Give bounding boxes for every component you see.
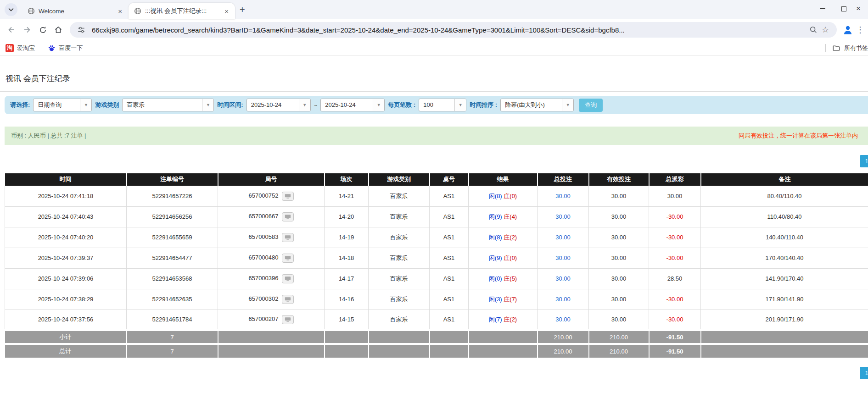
forward-button[interactable] [19,22,35,38]
address-bar[interactable]: 66cxkj98.com/game/betrecord_search/kind3… [70,22,837,38]
round-replay-button[interactable] [282,274,294,283]
game-type-label: 游戏类别 [95,101,119,109]
cell-valid-bet: 30.00 [589,206,649,227]
dropdown-arrow-icon[interactable]: ▼ [299,99,310,111]
round-replay-button[interactable] [282,212,294,221]
cell-session: 14-20 [325,206,369,227]
reload-button[interactable] [35,22,50,38]
bookmark-taobao[interactable]: 淘 爱淘宝 [6,44,35,52]
replay-screen-icon [285,255,291,261]
total-bet-link[interactable]: 30.00 [555,193,571,199]
col-header-game: 游戏类别 [369,173,430,186]
result-banker: 庄(4) [504,213,517,220]
baidu-paw-icon [48,44,56,52]
cell-time: 2025-10-24 07:39:37 [5,248,127,268]
tab-close-icon[interactable]: × [223,7,230,16]
col-header-round: 局号 [218,173,325,186]
chevron-down-icon [8,8,14,11]
empty-cell [469,330,538,344]
round-replay-button[interactable] [282,254,294,263]
globe-favicon-icon [134,7,141,15]
cell-round: 657000302 [218,289,325,310]
cell-note: 201.90/171.90 [701,310,868,330]
date-end-input[interactable]: 2025-10-24 ▼ [320,99,385,111]
total-bet-link[interactable]: 30.00 [555,296,571,303]
browser-menu-icon[interactable]: ⋮ [856,25,863,35]
replay-screen-icon [285,276,291,282]
cell-valid-bet: 30.00 [589,268,649,289]
round-replay-button[interactable] [282,233,294,242]
game-type-select[interactable]: 百家乐 ▼ [122,99,214,111]
cell-payout: 28.50 [649,268,701,289]
new-tab-button[interactable]: + [240,5,245,15]
round-replay-button[interactable] [282,295,294,304]
tab-search-button[interactable] [5,3,17,16]
table-row: 2025-10-24 07:40:20 522914655659 6570005… [5,227,868,248]
round-replay-button[interactable] [282,315,294,324]
cell-result: 闲(8) 庄(2) [469,227,538,248]
subtotal-total-bet: 210.00 [538,330,589,344]
cell-game: 百家乐 [369,268,430,289]
tab-bet-records-active[interactable]: :::视讯 会员下注纪录::: × [129,3,235,19]
table-row: 2025-10-24 07:39:37 522914654477 6570004… [5,248,868,268]
result-player: 闲(3) [489,296,502,303]
zoom-icon[interactable] [807,24,819,36]
window-minimize-button[interactable] [812,0,833,17]
reload-icon [39,26,47,34]
bookmark-label: 百度一下 [59,44,83,52]
tab-close-icon[interactable]: × [116,7,124,16]
home-button[interactable] [50,22,66,38]
cell-total-bet: 30.00 [538,289,589,310]
dropdown-arrow-icon[interactable]: ▼ [80,99,91,111]
cell-round: 657000207 [218,310,325,330]
url-text[interactable]: 66cxkj98.com/game/betrecord_search/kind3… [92,26,803,34]
total-bet-link[interactable]: 30.00 [555,254,571,261]
profile-avatar[interactable] [840,22,855,37]
cell-round: 657000583 [218,227,325,248]
per-page-select[interactable]: 100 ▼ [419,99,466,111]
cell-session: 14-15 [325,310,369,330]
dropdown-arrow-icon[interactable]: ▼ [202,99,213,111]
page-number-button[interactable]: 1 [860,155,868,167]
empty-cell [430,344,469,358]
col-header-time: 时间 [5,173,127,186]
search-button[interactable]: 查询 [579,99,603,112]
page-number-button[interactable]: 1 [860,367,868,379]
replay-screen-icon [285,317,291,322]
table-header: 时间 注单编号 局号 场次 游戏类别 桌号 结果 总投注 有效投注 总派彩 备注 [5,173,868,186]
date-start-input[interactable]: 2025-10-24 ▼ [246,99,311,111]
cell-table: AS1 [430,268,469,289]
tab-welcome[interactable]: Welcome × [22,3,129,19]
date-end-value: 2025-10-24 [321,99,373,111]
person-icon [842,24,853,35]
folder-icon [832,44,840,52]
bookmark-star-icon[interactable]: ☆ [819,24,831,36]
empty-cell [469,344,538,358]
total-row: 总计 7 210.00 210.00 -91.50 [5,344,868,358]
cell-table: AS1 [430,310,469,330]
table-row: 2025-10-24 07:41:18 522914657226 6570007… [5,186,868,206]
total-bet-link[interactable]: 30.00 [555,213,571,220]
dropdown-arrow-icon[interactable]: ▼ [454,99,466,111]
empty-cell [430,330,469,344]
total-bet-link[interactable]: 30.00 [555,316,571,323]
total-bet-link[interactable]: 30.00 [555,234,571,241]
total-total-bet: 210.00 [538,344,589,358]
window-close-button[interactable]: × [854,0,868,17]
back-button[interactable] [4,22,19,38]
table-row: 2025-10-24 07:38:29 522914652635 6570003… [5,289,868,310]
cell-total-bet: 30.00 [538,268,589,289]
result-banker: 庄(0) [504,193,517,199]
window-maximize-button[interactable] [833,0,854,17]
round-replay-button[interactable] [282,192,294,201]
query-type-select[interactable]: 日期查询 ▼ [33,99,92,111]
all-bookmarks[interactable]: 所有书签 [825,44,868,52]
total-count: 7 [127,344,218,358]
dropdown-arrow-icon[interactable]: ▼ [562,99,573,111]
dropdown-arrow-icon[interactable]: ▼ [373,99,384,111]
bookmark-baidu[interactable]: 百度一下 [48,44,83,52]
sort-select[interactable]: 降幂(由大到小) ▼ [500,99,574,111]
col-header-note: 备注 [701,173,868,186]
site-settings-icon[interactable] [75,24,87,36]
total-bet-link[interactable]: 30.00 [555,275,571,282]
